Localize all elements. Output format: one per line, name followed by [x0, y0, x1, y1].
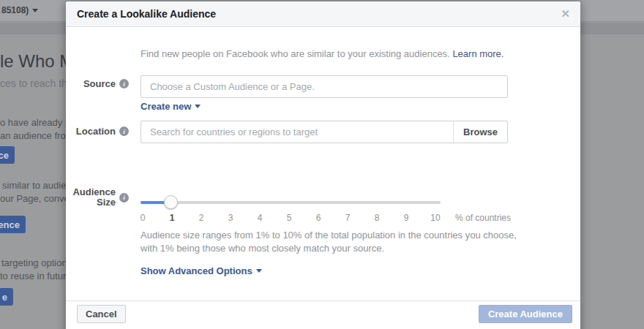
tick-label-9: 9 [401, 213, 411, 223]
source-label: Source [83, 78, 116, 89]
background-text-line: o have already sh [0, 116, 75, 129]
slider-thumb[interactable] [164, 195, 178, 209]
tick-label-6: 6 [313, 213, 323, 223]
chevron-down-icon [195, 105, 201, 108]
description-text: Find new people on Facebook who are simi… [141, 48, 450, 59]
advanced-options-label: Show Advanced Options [141, 265, 252, 276]
dialog-header: Create a Lookalike Audience ✕ [66, 1, 580, 27]
location-label-row: Location i [66, 126, 129, 137]
tick-label-1: 1 [167, 213, 177, 223]
create-lookalike-audience-dialog: Create a Lookalike Audience ✕ Find new p… [66, 1, 580, 329]
source-input[interactable] [141, 75, 508, 98]
background-section-1: o have already sh an audience from [0, 116, 75, 143]
tick-label-7: 7 [342, 213, 353, 223]
create-audience-button[interactable]: Create Audience [479, 305, 572, 323]
background-button-2: ence [0, 216, 26, 233]
create-new-link[interactable]: Create new [141, 101, 201, 112]
tick-label-2: 2 [196, 213, 206, 223]
tick-label-10: 10 [430, 213, 441, 223]
slider-tick-labels: 012345678910 [138, 213, 441, 223]
audience-size-helper-text: Audience size ranges from 1% to 10% of t… [141, 229, 527, 255]
background-text-line: an audience from [0, 129, 75, 143]
cancel-button[interactable]: Cancel [77, 305, 126, 323]
create-new-label: Create new [141, 101, 191, 112]
background-button-1: ce [0, 146, 15, 164]
show-advanced-options-link[interactable]: Show Advanced Options [141, 265, 262, 276]
source-label-row: Source i [66, 78, 129, 89]
tick-label-8: 8 [372, 213, 382, 223]
tick-label-3: 3 [225, 213, 236, 223]
slider-unit-label: % of countries [455, 213, 511, 223]
background-page-subheading: ces to reach th [0, 77, 67, 89]
audience-size-slider[interactable] [141, 201, 441, 204]
account-dropdown: 85108) [1, 5, 38, 15]
learn-more-link[interactable]: Learn more. [452, 48, 503, 59]
info-icon: i [119, 193, 129, 203]
footer-divider [66, 300, 580, 301]
tick-label-5: 5 [284, 213, 294, 223]
info-icon: i [119, 79, 129, 88]
chevron-down-icon [256, 269, 262, 273]
location-field: Browse [141, 121, 508, 143]
audience-size-label-line1: Audience [72, 187, 116, 197]
dialog-description: Find new people on Facebook who are simi… [141, 48, 503, 59]
info-icon: i [119, 126, 129, 136]
tick-label-0: 0 [138, 213, 148, 223]
account-id-fragment: 85108) [1, 5, 29, 15]
dialog-title: Create a Lookalike Audience [77, 8, 216, 20]
close-icon[interactable]: ✕ [561, 7, 570, 20]
audience-size-label-line2: Size [72, 197, 116, 208]
browse-button[interactable]: Browse [453, 121, 507, 143]
location-label: Location [76, 126, 116, 137]
chevron-down-icon [32, 9, 38, 12]
background-button-3: e [0, 288, 13, 306]
audience-size-label-row: Audience Size i [66, 187, 129, 208]
tick-label-4: 4 [255, 213, 265, 223]
